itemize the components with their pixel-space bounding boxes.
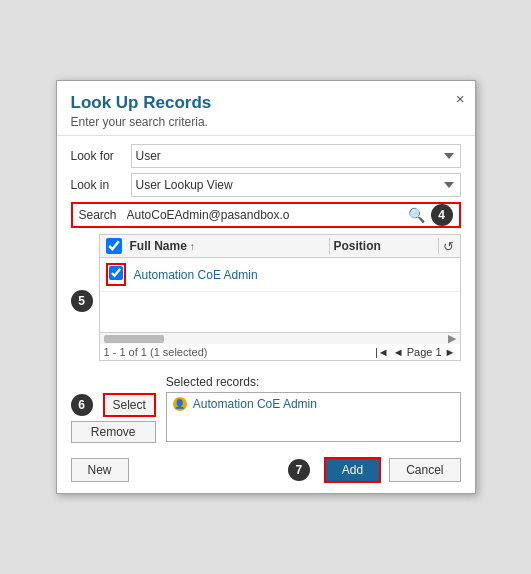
- row-fullname-link[interactable]: Automation CoE Admin: [134, 268, 454, 282]
- close-button[interactable]: ×: [456, 91, 465, 106]
- cancel-button[interactable]: Cancel: [389, 458, 460, 482]
- page-text[interactable]: ◄ Page 1 ►: [393, 346, 456, 358]
- bottom-left-buttons: 6 Select Remove: [71, 375, 156, 443]
- look-in-label: Look in: [71, 178, 131, 192]
- dialog-subtitle: Enter your search criteria.: [71, 115, 461, 129]
- look-for-select[interactable]: User: [131, 144, 461, 168]
- select-button[interactable]: Select: [103, 393, 156, 417]
- table-step-row: 5 Full Name ↑ Position ↺: [71, 234, 461, 367]
- new-button[interactable]: New: [71, 458, 129, 482]
- selected-records-label: Selected records:: [166, 375, 461, 389]
- sort-icon[interactable]: ↑: [190, 241, 195, 252]
- fullname-column-header: Full Name ↑: [130, 239, 325, 253]
- step-7-badge: 7: [288, 459, 310, 481]
- look-in-row: Look in User Lookup View: [71, 173, 461, 197]
- add-button[interactable]: Add: [324, 457, 381, 483]
- footer-left-buttons: New: [71, 458, 129, 482]
- refresh-icon[interactable]: ↺: [443, 239, 454, 254]
- table-footer: 1 - 1 of 1 (1 selected) |◄ ◄ Page 1 ►: [100, 344, 460, 360]
- dialog-header: Look Up Records Enter your search criter…: [57, 81, 475, 136]
- scroll-right-arrow[interactable]: ▶: [448, 332, 456, 345]
- selected-records-box: 👤 Automation CoE Admin: [166, 392, 461, 442]
- row-checkbox-wrap: [106, 263, 126, 286]
- look-in-select[interactable]: User Lookup View: [131, 173, 461, 197]
- look-for-label: Look for: [71, 149, 131, 163]
- column-divider: [329, 238, 330, 254]
- bottom-section: 6 Select Remove Selected records: 👤 Auto…: [57, 375, 475, 443]
- user-icon: 👤: [173, 397, 187, 411]
- scroll-thumb: [104, 335, 164, 343]
- step-5-badge: 5: [71, 290, 93, 312]
- column-divider2: [438, 238, 439, 254]
- remove-button[interactable]: Remove: [71, 421, 156, 443]
- row-checkbox[interactable]: [109, 266, 123, 280]
- table-row: Automation CoE Admin: [100, 258, 460, 292]
- selected-record-item: 👤 Automation CoE Admin: [173, 397, 454, 411]
- search-label: Search: [73, 205, 123, 225]
- page-navigation: |◄ ◄ Page 1 ►: [375, 346, 456, 358]
- selected-record-name: Automation CoE Admin: [193, 397, 317, 411]
- results-table: Full Name ↑ Position ↺ Automation CoE Ad…: [99, 234, 461, 361]
- footer-right-buttons: 7 Add Cancel: [288, 457, 461, 483]
- selected-records-section: Selected records: 👤 Automation CoE Admin: [166, 375, 461, 442]
- lookup-dialog: Look Up Records Enter your search criter…: [56, 80, 476, 494]
- select-all-checkbox[interactable]: [106, 238, 122, 254]
- look-for-row: Look for User: [71, 144, 461, 168]
- position-column-header: Position: [334, 239, 434, 253]
- step-6-badge: 6: [71, 394, 93, 416]
- search-button[interactable]: 🔍: [402, 205, 431, 225]
- search-input[interactable]: [123, 205, 402, 225]
- search-row: Search 🔍 4: [71, 202, 461, 228]
- step-4-badge: 4: [431, 204, 453, 226]
- first-page-icon[interactable]: |◄: [375, 346, 389, 358]
- select-btn-wrap: 6 Select: [71, 393, 156, 417]
- footer-buttons: New 7 Add Cancel: [57, 451, 475, 493]
- empty-rows: [100, 292, 460, 332]
- dialog-body: Look for User Look in User Lookup View S…: [57, 136, 475, 375]
- dialog-title: Look Up Records: [71, 93, 461, 113]
- result-count: 1 - 1 of 1 (1 selected): [104, 346, 208, 358]
- horizontal-scrollbar[interactable]: ▶: [100, 332, 460, 344]
- table-header: Full Name ↑ Position ↺: [100, 235, 460, 258]
